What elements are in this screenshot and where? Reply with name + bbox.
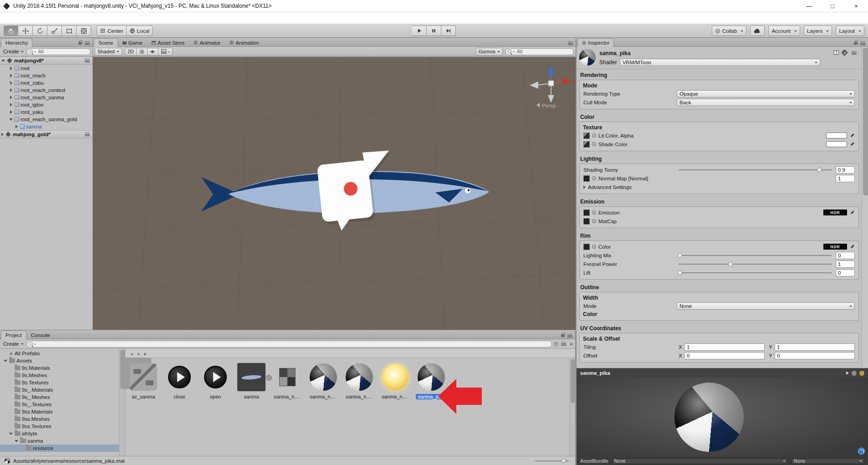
inspector-scrollbar[interactable] (862, 47, 868, 368)
asset-item[interactable]: open (200, 362, 231, 399)
offset-y-field[interactable]: 0 (775, 352, 855, 359)
minimize-button[interactable]: — (797, 0, 821, 12)
view-tab[interactable]: Asset Store (147, 38, 189, 46)
expand-arrow-icon[interactable] (1, 60, 5, 62)
slider-handle[interactable] (678, 271, 682, 275)
scale-tool-button[interactable] (47, 26, 62, 36)
axis-z-cone[interactable] (548, 66, 554, 74)
hierarchy-create-button[interactable]: Create (2, 49, 25, 54)
folder-row[interactable]: resource (0, 445, 125, 452)
draw-mode-dropdown[interactable]: Shaded (95, 48, 122, 56)
play-button[interactable] (412, 26, 427, 36)
folder-row[interactable]: 9s.Materials (0, 364, 125, 372)
matcap-texture-slot[interactable] (583, 218, 590, 225)
panel-menu-icon[interactable] (567, 334, 572, 337)
object-picker-icon[interactable] (592, 245, 596, 249)
expand-arrow-icon[interactable] (4, 360, 7, 362)
rotation-mode-button[interactable]: Local (127, 26, 153, 36)
asset-item[interactable]: close (164, 362, 195, 399)
rendering-type-dropdown[interactable]: Opaque (677, 90, 855, 97)
asset-item[interactable]: sanma_na... (380, 362, 411, 399)
expand-arrow-icon[interactable] (1, 133, 4, 136)
eyedropper-icon[interactable] (849, 133, 855, 138)
search-filter-caret-icon[interactable] (34, 344, 36, 346)
search-filter-caret-icon[interactable] (34, 51, 36, 53)
fresnel-power-slider[interactable] (679, 261, 832, 268)
folder-row[interactable]: 9ss.Textures (0, 423, 125, 430)
view-tab[interactable]: Game (118, 38, 147, 46)
tiling-x-field[interactable]: 1 (684, 343, 765, 351)
eyedropper-icon[interactable] (849, 142, 855, 147)
breadcrumb-item[interactable] (129, 351, 136, 356)
breadcrumb-item[interactable] (142, 351, 149, 356)
folder-row[interactable]: 9s.Textures (0, 379, 125, 386)
scrollbar-thumb[interactable] (863, 48, 868, 195)
perspective-toggle[interactable]: Persp (536, 103, 556, 108)
expand-arrow-icon[interactable] (10, 96, 12, 99)
folder-row[interactable]: afolyte (0, 430, 125, 437)
object-picker-icon[interactable] (592, 210, 596, 215)
object-picker-icon[interactable] (592, 219, 596, 223)
preview-play-icon[interactable] (846, 371, 849, 375)
lit-texture-slot[interactable] (583, 133, 590, 139)
hierarchy-search-input[interactable]: All (27, 48, 91, 55)
expand-arrow-icon[interactable] (9, 118, 13, 121)
normal-map-slot[interactable] (583, 175, 590, 182)
normal-map-value[interactable]: 1 (836, 175, 855, 182)
expand-arrow-icon[interactable] (10, 66, 12, 70)
scene-viewport[interactable]: z x Persp (93, 57, 576, 330)
lock-icon[interactable] (561, 334, 565, 337)
pivot-mode-button[interactable]: Center (97, 26, 127, 36)
tab-console[interactable]: Console (26, 331, 55, 339)
asset-item[interactable]: sanma_na... (272, 362, 303, 399)
asset-item[interactable]: sanma_pika (416, 362, 447, 399)
eyedropper-icon[interactable] (849, 210, 855, 215)
project-search-input[interactable] (27, 341, 552, 347)
step-button[interactable] (441, 26, 456, 36)
hierarchy-item[interactable]: root_yaku (0, 108, 92, 116)
preview-light-icon[interactable] (859, 371, 864, 376)
search-by-label-icon[interactable] (561, 342, 566, 346)
tab-hierarchy[interactable]: Hierarchy (1, 38, 32, 47)
scene-menu-icon[interactable] (85, 133, 90, 136)
gizmo-center-cube[interactable] (548, 81, 554, 86)
maximize-button[interactable]: □ (821, 0, 844, 12)
assetbundle-dropdown[interactable]: None (612, 458, 788, 464)
emission-texture-slot[interactable] (583, 210, 590, 216)
close-button[interactable]: × (844, 0, 868, 12)
lock-icon[interactable] (78, 42, 82, 45)
tiling-y-field[interactable]: 1 (775, 343, 855, 351)
hierarchy-item[interactable]: root_reach (0, 72, 92, 79)
folder-row[interactable]: Assets (0, 357, 125, 364)
settings-gear-icon[interactable] (842, 50, 847, 55)
shader-dropdown[interactable]: VRM/MToon (620, 59, 820, 66)
asset-item[interactable]: sanma_na... (308, 362, 339, 399)
folder-row[interactable]: 9s_.Textures (0, 401, 125, 408)
folder-row[interactable]: 9s_.Meshes (0, 393, 125, 401)
axis-neg-y-cone[interactable] (548, 95, 554, 103)
object-picker-icon[interactable] (592, 176, 596, 180)
slider-handle[interactable] (678, 253, 682, 258)
lift-value[interactable]: 0 (836, 269, 855, 276)
hierarchy-item[interactable]: root_reach_sanma (0, 94, 92, 101)
search-filter-caret-icon[interactable] (513, 51, 515, 53)
thumbnail-zoom-slider[interactable] (535, 458, 569, 464)
folder-row[interactable]: 9s_.Materials (0, 386, 125, 393)
grid-scrollbar[interactable] (569, 358, 575, 456)
lift-slider[interactable] (679, 269, 832, 276)
shading-toony-slider[interactable] (679, 166, 832, 174)
preview-badge-icon[interactable] (858, 448, 865, 455)
axis-x-cone[interactable] (563, 77, 572, 85)
offset-x-field[interactable]: 0 (684, 352, 765, 359)
layers-button[interactable]: Layers (804, 26, 832, 36)
asset-item[interactable]: ac_sanma (128, 362, 159, 399)
assetbundle-variant-dropdown[interactable]: None (791, 458, 864, 464)
expand-arrow-icon[interactable] (10, 88, 12, 92)
view-tab[interactable]: Animation (225, 38, 263, 46)
folder-row[interactable]: 9ss.Materials (0, 408, 125, 415)
expand-arrow-icon[interactable] (10, 110, 12, 114)
preview-mesh-icon[interactable] (852, 371, 857, 376)
scene-effects-dropdown[interactable] (158, 48, 173, 56)
folder-row[interactable]: 9ss.Meshes (0, 415, 125, 423)
view-tab[interactable]: Animator (189, 38, 225, 46)
